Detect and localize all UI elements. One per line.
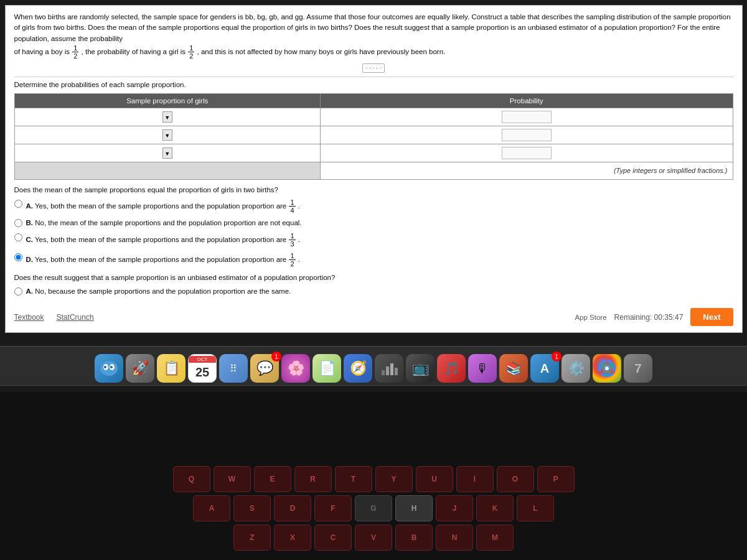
sample-prop-cell-3[interactable]: ▼ <box>14 144 320 162</box>
radio-D-label[interactable]: D. Yes, both the mean of the sample prop… <box>26 252 301 268</box>
dock-unknown[interactable]: 7 <box>624 354 652 383</box>
key-X[interactable]: X <box>274 525 311 551</box>
key-D[interactable]: D <box>274 495 311 521</box>
key-Y[interactable]: Y <box>375 466 413 492</box>
dock-calendar[interactable]: OCT 25 <box>188 354 217 383</box>
prob-cell-2[interactable] <box>320 126 733 144</box>
option-D-text: Yes, both the mean of the sample proport… <box>35 255 286 263</box>
key-R[interactable]: R <box>294 466 332 492</box>
prob-input-1[interactable] <box>502 111 552 123</box>
timer: Remaining: 00:35:47 <box>614 313 684 322</box>
dock-books[interactable]: 📚 <box>499 354 528 383</box>
option-C-id: C. <box>26 236 34 243</box>
key-B[interactable]: B <box>395 525 433 551</box>
sample-prop-cell-1[interactable]: ▼ <box>14 108 320 126</box>
dock-tv[interactable]: 📺 <box>406 354 435 383</box>
radio-q2-option-A[interactable]: A. No, because the sample proportions an… <box>14 286 733 297</box>
radio-option-A[interactable]: A. Yes, both the mean of the sample prop… <box>14 198 733 214</box>
q2-option-A-text: No, because the sample proportions and t… <box>35 287 291 295</box>
dock-files[interactable]: 📄 <box>312 354 341 383</box>
fraction-C: 1 3 <box>289 232 295 248</box>
keyboard-row-3: Z X C V B N M <box>0 525 747 551</box>
key-U[interactable]: U <box>416 466 453 492</box>
bottom-bar: Textbook StatCrunch App Store Remaining:… <box>14 304 733 326</box>
key-A[interactable]: A <box>193 495 230 521</box>
expand-button-area: · · · · · <box>14 63 733 73</box>
key-H[interactable]: H <box>395 495 433 521</box>
radio-option-C[interactable]: C. Yes, both the mean of the sample prop… <box>14 232 733 248</box>
dock-system-prefs[interactable]: ⚙️ <box>561 354 590 383</box>
svg-point-12 <box>605 366 609 370</box>
table-note-row: (Type integers or simplified fractions.) <box>14 162 733 179</box>
key-N[interactable]: N <box>436 525 473 551</box>
svg-point-0 <box>100 361 118 376</box>
dock-app-store[interactable]: A 1 <box>530 354 559 383</box>
radio-C[interactable] <box>14 233 22 241</box>
dock-finder[interactable] <box>95 354 123 383</box>
dock-chrome[interactable] <box>593 354 621 383</box>
radio-A-label[interactable]: A. Yes, both the mean of the sample prop… <box>26 198 301 214</box>
dock-photos[interactable]: 🌸 <box>281 354 310 383</box>
key-W[interactable]: W <box>214 466 251 492</box>
key-I[interactable]: I <box>456 466 494 492</box>
next-button[interactable]: Next <box>690 308 733 326</box>
key-Z[interactable]: Z <box>233 525 271 551</box>
dropdown-arrow-2[interactable]: ▼ <box>162 129 172 141</box>
dropdown-arrow-3[interactable]: ▼ <box>162 147 172 159</box>
key-C[interactable]: C <box>314 525 352 551</box>
radio-D[interactable] <box>14 253 22 261</box>
option-D-id: D. <box>26 255 34 263</box>
dock-music[interactable]: 🎵 <box>437 354 466 383</box>
table-row: ▼ <box>14 144 733 162</box>
dock: 🚀 📋 OCT 25 ⠿ 💬 1 🌸 📄 🧭 📺 <box>0 346 747 386</box>
dock-notes[interactable]: 📋 <box>157 354 186 383</box>
sample-prop-cell-2[interactable]: ▼ <box>14 126 320 144</box>
textbook-link[interactable]: Textbook <box>14 313 44 322</box>
expand-button[interactable]: · · · · · <box>362 63 384 73</box>
dock-dots[interactable]: ⠿ <box>219 354 248 383</box>
statcrunch-link[interactable]: StatCrunch <box>57 313 94 322</box>
unknown-icon: 7 <box>634 362 641 376</box>
option-B-id: B. <box>26 219 34 226</box>
key-J[interactable]: J <box>436 495 473 521</box>
dock-safari-books[interactable]: 🧭 <box>344 354 372 383</box>
prob-input-3[interactable] <box>502 147 552 159</box>
files-icon: 📄 <box>319 360 336 376</box>
dock-podcasts[interactable]: 🎙 <box>468 354 497 383</box>
table-row: ▼ <box>14 126 733 144</box>
key-L[interactable]: L <box>517 495 554 521</box>
key-Q[interactable]: Q <box>173 466 210 492</box>
prob-input-2[interactable] <box>502 129 552 141</box>
radio-q2-A[interactable] <box>14 287 22 296</box>
radio-option-D[interactable]: D. Yes, both the mean of the sample prop… <box>14 252 733 268</box>
key-O[interactable]: O <box>497 466 534 492</box>
radio-B[interactable] <box>14 219 22 227</box>
radio-C-label[interactable]: C. Yes, both the mean of the sample prop… <box>26 232 301 248</box>
key-P[interactable]: P <box>537 466 575 492</box>
radio-A[interactable] <box>14 200 22 208</box>
table-note: (Type integers or simplified fractions.) <box>320 162 733 179</box>
key-V[interactable]: V <box>355 525 392 551</box>
prob-cell-3[interactable] <box>320 144 733 162</box>
dock-messages[interactable]: 💬 1 <box>250 354 279 383</box>
option-A-text: Yes, both the mean of the sample proport… <box>35 202 286 210</box>
key-F[interactable]: F <box>314 495 352 521</box>
key-G[interactable]: G <box>355 495 392 521</box>
app-store-badge: 1 <box>552 352 561 362</box>
key-E[interactable]: E <box>254 466 291 492</box>
radio-option-B[interactable]: B. No, the mean of the sample proportion… <box>14 218 733 228</box>
radio-B-label[interactable]: B. No, the mean of the sample proportion… <box>26 218 302 228</box>
fraction-girl: 1 2 <box>188 44 194 60</box>
key-M[interactable]: M <box>476 525 514 551</box>
key-K[interactable]: K <box>476 495 514 521</box>
key-T[interactable]: T <box>335 466 372 492</box>
svg-rect-6 <box>386 366 389 375</box>
app-store-label: App Store <box>575 314 606 321</box>
radio-q2-A-label[interactable]: A. No, because the sample proportions an… <box>26 286 291 297</box>
dock-launchpad[interactable]: 🚀 <box>126 354 154 383</box>
prob-cell-1[interactable] <box>320 108 733 126</box>
dropdown-arrow-1[interactable]: ▼ <box>162 111 172 123</box>
q2-option-A-id: A. <box>26 287 34 295</box>
key-S[interactable]: S <box>233 495 271 521</box>
dock-stats[interactable] <box>375 354 403 383</box>
